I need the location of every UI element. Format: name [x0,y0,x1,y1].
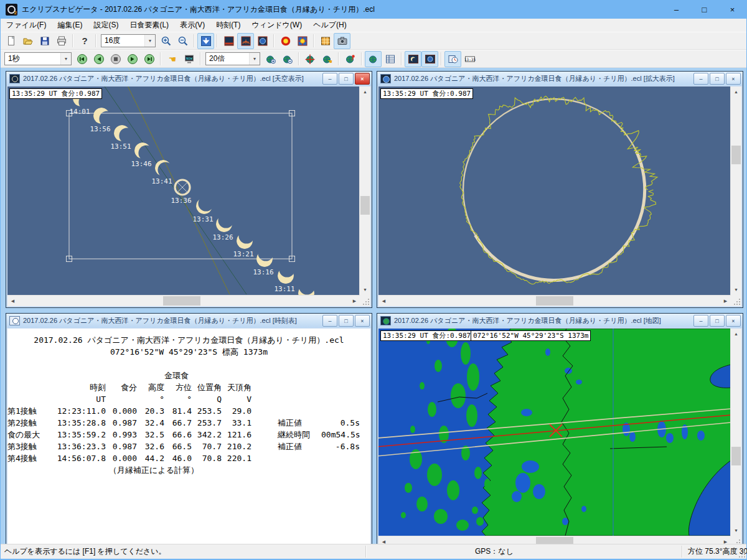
scroll-down-icon[interactable]: ▼ [360,284,370,295]
step-rewind-button[interactable] [73,51,90,67]
scroll-up-icon[interactable]: ▲ [731,86,741,97]
window-resize-grip[interactable] [744,556,745,558]
window-digital-button[interactable]: 13:35 [461,51,478,67]
window-sky-button[interactable] [405,51,421,67]
step-back-button[interactable] [90,51,107,67]
sky-vscrollbar[interactable]: ▲ ▼ [359,86,370,295]
menu-item-7[interactable]: ヘルプ(H) [308,19,352,32]
combo-arrow-icon[interactable]: ▾ [249,53,260,65]
globe-pin-button[interactable] [342,51,359,67]
fast-forward-button[interactable] [141,51,157,67]
table-close-button[interactable]: × [355,315,370,327]
combo-arrow-icon[interactable]: ▾ [144,35,155,47]
menu-item-2[interactable]: 設定(S) [88,19,124,32]
map-vscrollbar[interactable]: ▲ ▼ [730,329,741,536]
magnified-vscrollbar[interactable]: ▲ ▼ [730,86,741,295]
menu-item-0[interactable]: ファイル(F) [1,19,52,32]
map-hscroll-thumb[interactable] [536,537,573,544]
app-maximize-button[interactable]: □ [690,0,718,19]
scroll-right-icon[interactable]: ▶ [349,296,360,306]
menu-item-3[interactable]: 日食要素(L) [124,19,174,32]
new-file-button[interactable] [2,33,19,49]
scroll-down-icon[interactable]: ▼ [731,525,741,536]
map-vscroll-thumb[interactable] [731,447,741,465]
scroll-down-icon[interactable]: ▼ [731,284,741,295]
window-sky-view[interactable]: 2017.02.26 パタゴニア・南大西洋・アフリカ金環日食（月縁あり・チリ用）… [6,71,372,308]
menu-item-1[interactable]: 編集(E) [52,19,88,32]
scroll-up-icon[interactable]: ▲ [731,329,741,339]
window-map[interactable]: 2017.02.26 パタゴニア・南大西洋・アフリカ金環日食（月縁あり・チリ用）… [377,313,743,544]
interval-select[interactable]: 1秒▾ [4,52,72,65]
annular-eclipse-button[interactable] [277,33,294,49]
zoom-out-button[interactable] [174,33,191,49]
magnified-window-titlebar[interactable]: 2017.02.26 パタゴニア・南大西洋・アフリカ金環日食（月縁あり・チリ用）… [377,72,743,86]
window-table-button[interactable] [382,51,398,67]
app-close-button[interactable]: × [718,0,746,19]
sky-globe-view-button[interactable] [237,33,254,49]
sky-view-canvas[interactable]: 14:0113:5613:5113:4613:4113:3613:3113:26… [7,86,360,295]
globe-center-button[interactable] [302,51,319,67]
circle-view-button[interactable] [254,33,271,49]
table-minimize-button[interactable]: – [322,315,337,327]
magnified-minimize-button[interactable]: – [693,73,708,85]
scroll-left-icon[interactable]: ◀ [378,536,389,544]
sky-close-button[interactable]: × [355,73,370,85]
save-file-button[interactable] [36,33,53,49]
magnified-restore-button[interactable]: □ [710,73,725,85]
globe-zoom-in-button[interactable] [262,51,279,67]
screenshot-camera-button[interactable] [334,33,350,49]
scroll-right-icon[interactable]: ▶ [720,296,731,306]
grid-table-button[interactable] [317,33,334,49]
scroll-left-icon[interactable]: ◀ [7,296,18,306]
now-button-button[interactable]: NOW [181,51,197,67]
window-magnified-view[interactable]: 2017.02.26 パタゴニア・南大西洋・アフリカ金環日食（月縁あり・チリ用）… [377,71,743,308]
window-clock-button[interactable] [444,51,461,67]
menu-item-4[interactable]: 表示(V) [174,19,210,32]
table-window-titlebar[interactable]: 2017.02.26 パタゴニア・南大西洋・アフリカ金環日食（月縁あり・チリ用）… [6,314,372,328]
window-time-table[interactable]: 2017.02.26 パタゴニア・南大西洋・アフリカ金環日食（月縁あり・チリ用）… [6,313,372,544]
app-titlebar[interactable]: 2 エクリプスナビゲータ - 2017.02.26 パタゴニア・南大西洋・アフリ… [1,0,746,19]
magnified-hscrollbar[interactable]: ◀ ▶ [378,295,731,306]
map-close-button[interactable]: × [726,315,741,327]
globe-hand-button[interactable]: ☚ [319,51,336,67]
horizon-view-button[interactable] [220,33,237,49]
map-hscrollbar[interactable]: ◀ ▶ [378,536,731,544]
zoom-in-button[interactable] [157,33,174,49]
scroll-left-icon[interactable]: ◀ [378,296,389,306]
map-resize-corner[interactable] [731,536,741,544]
map-minimize-button[interactable]: – [693,315,708,327]
print-button[interactable] [53,33,70,49]
sun-elements-button[interactable] [294,33,311,49]
sky-restore-button[interactable]: □ [339,73,354,85]
map-window-titlebar[interactable]: 2017.02.26 パタゴニア・南大西洋・アフリカ金環日食（月縁あり・チリ用）… [377,314,743,328]
step-forward-button[interactable] [124,51,141,67]
map-canvas[interactable]: 13:35:29 UT 食分:0.987 072°16'52"W 45°29'2… [378,329,731,536]
magnified-view-canvas[interactable]: 13:35:29 UT 食分:0.987 [378,86,731,295]
sky-resize-corner[interactable] [360,296,370,306]
magnification-select[interactable]: 20倍▾ [205,52,260,65]
help-button[interactable]: ? [76,33,93,49]
fov-select[interactable]: 16度▾ [101,34,156,47]
window-zoom-button[interactable] [421,51,438,67]
menu-item-5[interactable]: 時刻(T) [210,19,246,32]
stop-button[interactable] [107,51,124,67]
map-restore-button[interactable]: □ [710,315,725,327]
hand-tool-button[interactable]: ☚ [164,51,181,67]
open-file-button[interactable] [19,33,36,49]
magnified-resize-corner[interactable] [731,296,741,306]
magnified-vscroll-thumb[interactable] [731,146,741,164]
app-minimize-button[interactable]: – [662,0,690,19]
table-restore-button[interactable]: □ [339,315,354,327]
sky-minimize-button[interactable]: – [322,73,337,85]
combo-arrow-icon[interactable]: ▾ [60,53,71,65]
sky-vscroll-thumb[interactable] [360,196,370,215]
scroll-up-icon[interactable]: ▲ [360,86,370,97]
menu-item-6[interactable]: ウィンドウ(W) [246,19,308,32]
magnified-close-button[interactable]: × [726,73,741,85]
download-elements-button[interactable] [197,33,214,49]
sky-hscroll-thumb[interactable] [163,296,200,306]
magnified-hscroll-thumb[interactable] [536,296,573,306]
scroll-right-icon[interactable]: ▶ [720,536,731,544]
sky-hscrollbar[interactable]: ◀ ▶ [7,295,360,306]
sky-window-titlebar[interactable]: 2017.02.26 パタゴニア・南大西洋・アフリカ金環日食（月縁あり・チリ用）… [6,72,372,86]
